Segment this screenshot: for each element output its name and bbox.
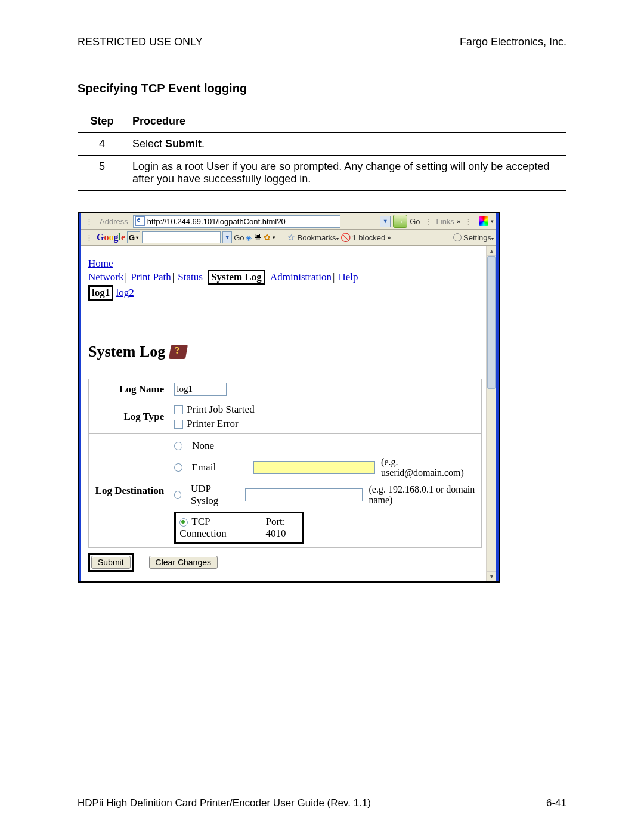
gear-icon bbox=[453, 233, 462, 241]
chevron-right-icon[interactable]: » bbox=[457, 218, 460, 225]
nav-system-log[interactable]: System Log bbox=[208, 270, 265, 285]
col-step: Step bbox=[78, 110, 126, 133]
embedded-screenshot: ⋮ Address http://10.244.69.101/logpathCo… bbox=[78, 212, 500, 583]
go-label: Go bbox=[410, 217, 420, 226]
footer-left: HDPii High Definition Card Printer/Encod… bbox=[78, 797, 371, 809]
table-row: 4 Select Submit. bbox=[78, 133, 566, 156]
udp-hint: (e.g. 192.168.0.1 or domain name) bbox=[369, 484, 476, 506]
checkbox-printer-error[interactable] bbox=[174, 420, 183, 429]
google-search-dropdown[interactable]: ▼ bbox=[222, 231, 232, 243]
step-num: 5 bbox=[78, 156, 126, 191]
nav-print-path[interactable]: Print Path bbox=[131, 271, 171, 283]
email-hint: (e.g. userid@domain.com) bbox=[381, 457, 476, 478]
log-destination-label: Log Destination bbox=[89, 433, 169, 547]
arrow-right-icon: → bbox=[397, 217, 404, 226]
vertical-scrollbar[interactable]: ▴ ▾ bbox=[486, 246, 496, 581]
google-go[interactable]: Go bbox=[234, 233, 244, 242]
links-label: Links bbox=[436, 217, 454, 226]
top-nav: Home Network| Print Path| Status System … bbox=[88, 258, 489, 301]
log-name-label: Log Name bbox=[89, 379, 169, 400]
step-num: 4 bbox=[78, 133, 126, 156]
page-title: System Log bbox=[88, 343, 489, 361]
star-icon: ☆ bbox=[287, 233, 295, 242]
opt-print-job-started: Print Job Started bbox=[187, 404, 254, 415]
opt-email: Email bbox=[192, 462, 247, 473]
section-title: Specifying TCP Event logging bbox=[78, 82, 566, 95]
tcp-connection-row: TCP Connection Port: 4010 bbox=[174, 512, 304, 544]
radio-none[interactable] bbox=[174, 442, 182, 450]
nav-administration[interactable]: Administration bbox=[270, 271, 332, 283]
dropdown-caret[interactable]: ▾ bbox=[491, 218, 494, 224]
chevron-right-icon[interactable]: » bbox=[387, 234, 391, 241]
procedure-table: Step Procedure 4 Select Submit. 5 Login … bbox=[78, 110, 566, 191]
bookmarks-menu[interactable]: Bookmarks▾ bbox=[297, 233, 338, 242]
submit-highlight-box: Submit bbox=[88, 553, 134, 572]
log-type-label: Log Type bbox=[89, 400, 169, 433]
ie-icon bbox=[135, 216, 145, 226]
opt-udp-syslog: UDP Syslog bbox=[191, 483, 239, 507]
checkbox-print-job-started[interactable] bbox=[174, 405, 183, 414]
step-text: Login as a root User if you are so promp… bbox=[126, 156, 566, 191]
submit-button[interactable]: Submit bbox=[91, 556, 131, 569]
book-help-icon[interactable] bbox=[169, 345, 188, 359]
page-content: ▴ ▾ Home Network| Print Path| Status Sys… bbox=[81, 246, 496, 581]
nav-log2[interactable]: log2 bbox=[116, 287, 134, 298]
url-dropdown[interactable]: ▼ bbox=[380, 216, 391, 227]
scroll-up-icon[interactable]: ▴ bbox=[487, 246, 496, 256]
scroll-down-icon[interactable]: ▾ bbox=[487, 571, 496, 581]
color-picker-icon[interactable] bbox=[479, 216, 488, 226]
email-input[interactable] bbox=[253, 461, 375, 474]
step-text: Select Submit. bbox=[126, 133, 566, 156]
settings-menu[interactable]: Settings▾ bbox=[463, 233, 494, 242]
blocked-count[interactable]: 1 blocked bbox=[352, 233, 386, 242]
footer-right: 6-41 bbox=[546, 797, 566, 809]
nav-status[interactable]: Status bbox=[178, 271, 203, 283]
clear-changes-button[interactable]: Clear Changes bbox=[149, 556, 218, 569]
header-left: RESTRICTED USE ONLY bbox=[78, 36, 203, 48]
nav-arrows-icon[interactable]: ◈ bbox=[246, 233, 252, 242]
radio-udp-syslog[interactable] bbox=[174, 491, 181, 499]
google-g-dropdown[interactable]: G▾ bbox=[127, 231, 140, 243]
radio-email[interactable] bbox=[174, 463, 182, 472]
radio-tcp-connection[interactable] bbox=[179, 518, 188, 527]
col-procedure: Procedure bbox=[126, 110, 566, 133]
tcp-port: Port: 4010 bbox=[266, 516, 299, 540]
header-right: Fargo Electronics, Inc. bbox=[460, 36, 566, 48]
table-row: 5 Login as a root User if you are so pro… bbox=[78, 156, 566, 191]
puzzle-icon[interactable]: ✿ bbox=[264, 233, 271, 242]
url-field[interactable]: http://10.244.69.101/logpathConf.html?0 bbox=[133, 215, 340, 228]
google-search-input[interactable] bbox=[142, 231, 221, 243]
url-text: http://10.244.69.101/logpathConf.html?0 bbox=[147, 217, 286, 226]
google-logo[interactable]: Google bbox=[97, 232, 125, 243]
log-name-input[interactable] bbox=[174, 383, 227, 396]
printer-icon[interactable]: 🖶 bbox=[253, 233, 262, 242]
opt-printer-error: Printer Error bbox=[187, 418, 238, 429]
google-toolbar: ⋮ Google G▾ ▼ Go ◈ 🖶 ✿ ▾ ☆ Bookmarks▾ 🚫 … bbox=[81, 230, 496, 246]
nav-help[interactable]: Help bbox=[339, 271, 358, 283]
blocked-icon: 🚫 bbox=[340, 233, 351, 242]
address-bar: ⋮ Address http://10.244.69.101/logpathCo… bbox=[81, 213, 496, 230]
system-log-form: Log Name Log Type Print Job Started Prin… bbox=[88, 379, 482, 548]
nav-network[interactable]: Network bbox=[88, 271, 123, 283]
go-button[interactable]: → bbox=[393, 215, 407, 228]
nav-home[interactable]: Home bbox=[88, 258, 113, 269]
opt-none: None bbox=[192, 440, 214, 452]
nav-log1[interactable]: log1 bbox=[88, 285, 113, 301]
scroll-thumb[interactable] bbox=[487, 256, 496, 389]
udp-syslog-input[interactable] bbox=[245, 488, 363, 501]
address-label: Address bbox=[97, 217, 131, 226]
